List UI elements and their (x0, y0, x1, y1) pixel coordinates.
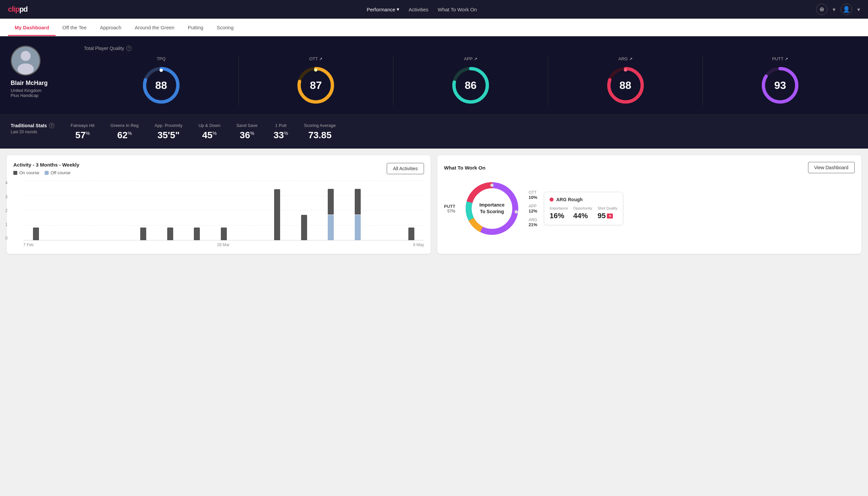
bar-group-12 (345, 180, 370, 240)
player-handicap: Plus Handicap (11, 93, 38, 98)
ott-ring: 87 (296, 65, 336, 105)
score-card-app: APP ↗ 86 (393, 56, 548, 105)
bar-group-1 (50, 180, 75, 240)
chevron-down-icon: ▾ (833, 6, 835, 13)
tab-off-the-tee[interactable]: Off the Tee (56, 19, 93, 36)
offcourse-dot (45, 171, 49, 175)
legend-oncourse: On course (13, 170, 39, 175)
putt-ring: 93 (760, 65, 800, 105)
view-dashboard-button[interactable]: View Dashboard (808, 162, 855, 173)
bar-group-2 (77, 180, 102, 240)
app-value: 86 (464, 79, 477, 92)
arg-label-right: ARG 21% (528, 218, 537, 227)
ott-trend-icon: ↗ (319, 57, 322, 61)
score-cards: TPQ 88 OTT ↗ (84, 56, 857, 105)
avatar (11, 46, 41, 76)
arg-ring: 88 (605, 65, 646, 105)
info-shot-quality: Shot Quality 95 ▼ (598, 206, 617, 220)
ott-label-right: OTT 10% (528, 190, 537, 200)
quality-section: Total Player Quality ? TPQ 88 (84, 46, 857, 105)
score-card-arg: ARG ↗ 88 (548, 56, 703, 105)
stats-sublabel: Last 20 rounds (11, 129, 57, 134)
bar-oncourse (301, 215, 307, 241)
hero-section: Blair McHarg United Kingdom Plus Handica… (0, 36, 868, 114)
stats-grid: Fairways Hit 57% Greens In Reg 62% App. … (70, 123, 857, 141)
tabs-bar: My Dashboard Off the Tee Approach Around… (0, 19, 868, 36)
nav-right: ⊕ ▾ 👤 ▾ (816, 4, 860, 15)
stat-scoring-average: Scoring Average 73.85 (304, 123, 336, 141)
bar-group-4 (130, 180, 156, 240)
bar-oncourse (140, 228, 146, 240)
all-activities-button[interactable]: All Activities (387, 163, 424, 174)
stat-greens-in-reg: Greens In Reg 62% (111, 123, 139, 141)
app-label: APP ↗ (464, 56, 477, 61)
putt-value: 93 (774, 79, 786, 92)
user-chevron-icon: ▾ (857, 6, 860, 13)
what-to-work-on-panel: What To Work On View Dashboard PUTT 57% (437, 155, 861, 254)
svg-point-2 (18, 63, 34, 75)
tab-approach[interactable]: Approach (93, 19, 128, 36)
arg-label: ARG ↗ (618, 56, 632, 61)
ott-value: 87 (310, 79, 322, 92)
bar-group-11 (318, 180, 343, 240)
score-card-ott: OTT ↗ 87 (239, 56, 394, 105)
bar-offcourse (328, 215, 334, 241)
tpq-label: TPQ (157, 56, 165, 61)
legend-offcourse: Off course (45, 170, 70, 175)
bar-chart: 4 3 2 1 0 7 Feb (13, 181, 424, 247)
nav-performance[interactable]: Performance ▾ (367, 6, 399, 12)
info-opportunity: Opportunity 44% (573, 206, 592, 220)
what-to-work-on-header: What To Work On View Dashboard (444, 162, 855, 173)
score-card-putt: PUTT ↗ 93 (703, 56, 857, 105)
bar-oncourse (194, 228, 200, 240)
x-axis-labels: 7 Feb 28 Mar 9 May (13, 243, 424, 247)
bar-group-8 (238, 180, 263, 240)
top-nav: clippd Performance ▾ Activities What To … (0, 0, 868, 19)
y-axis-labels: 4 3 2 1 0 (5, 181, 7, 241)
importance-donut: Importance To Scoring (462, 179, 522, 238)
app-trend-icon: ↗ (474, 57, 477, 61)
tab-my-dashboard[interactable]: My Dashboard (8, 19, 56, 36)
bar-group-14 (399, 180, 424, 240)
player-info: Blair McHarg United Kingdom Plus Handica… (11, 46, 84, 98)
user-menu-button[interactable]: 👤 (841, 4, 852, 15)
player-name: Blair McHarg (11, 80, 48, 87)
bar-oncourse (33, 228, 39, 240)
stat-app-proximity: App. Proximity 35'5" (155, 123, 183, 141)
activity-panel: Activity - 3 Months - Weekly On course O… (7, 155, 431, 254)
info-importance: Importance 16% (550, 206, 568, 220)
svg-point-1 (21, 51, 31, 61)
tab-scoring[interactable]: Scoring (210, 19, 240, 36)
quality-help-icon[interactable]: ? (126, 46, 131, 51)
add-button[interactable]: ⊕ (816, 4, 827, 15)
logo: clippd (8, 5, 28, 14)
stats-section: Traditional Stats ? Last 20 rounds Fairw… (0, 114, 868, 149)
oncourse-dot (13, 171, 17, 175)
donut-left-labels: PUTT 57% (444, 204, 455, 214)
stats-help-icon[interactable]: ? (49, 123, 54, 128)
putt-trend-icon: ↗ (785, 57, 788, 61)
nav-activities[interactable]: Activities (409, 7, 428, 12)
arg-value: 88 (619, 79, 632, 92)
info-card-dot (550, 198, 554, 202)
bar-oncourse (328, 189, 334, 215)
app-label-right: APP 12% (528, 204, 537, 214)
bar-group-7 (211, 180, 236, 240)
tab-around-the-green[interactable]: Around the Green (128, 19, 181, 36)
svg-point-22 (515, 210, 518, 214)
bar-offcourse (355, 215, 361, 241)
what-to-work-on-title: What To Work On (444, 165, 485, 171)
stat-sand-save: Sand Save 36% (236, 123, 258, 141)
tab-putting[interactable]: Putting (181, 19, 210, 36)
score-card-tpq: TPQ 88 (84, 56, 239, 105)
nav-what-to-work-on[interactable]: What To Work On (438, 7, 477, 12)
bar-chart-inner (23, 181, 424, 241)
bar-group-6 (184, 180, 209, 240)
bar-group-5 (157, 180, 183, 240)
bar-group-3 (104, 180, 129, 240)
svg-point-13 (624, 68, 627, 72)
hero-inner: Blair McHarg United Kingdom Plus Handica… (11, 46, 857, 105)
svg-point-21 (490, 184, 494, 187)
svg-point-8 (314, 68, 317, 72)
down-arrow-badge: ▼ (607, 214, 613, 218)
